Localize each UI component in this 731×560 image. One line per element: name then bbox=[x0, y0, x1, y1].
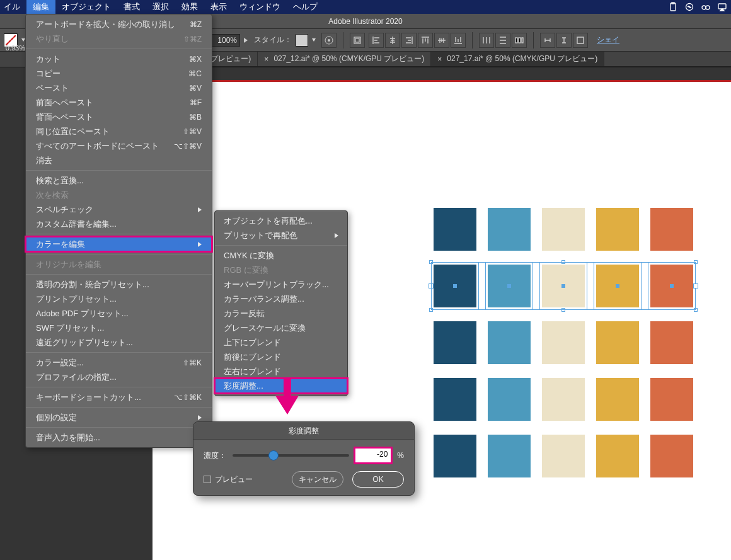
swatch[interactable] bbox=[488, 435, 531, 477]
menu-item[interactable]: 遠近グリッドプリセット... bbox=[26, 335, 212, 350]
preview-checkbox[interactable]: プレビュー bbox=[204, 474, 253, 485]
distribute-h-icon[interactable] bbox=[479, 33, 494, 48]
menu-item[interactable]: 消去 bbox=[26, 153, 212, 168]
menu-edit[interactable]: 編集 bbox=[26, 0, 55, 14]
airplay-icon[interactable] bbox=[717, 2, 727, 12]
swatch[interactable] bbox=[650, 265, 693, 307]
align-top-icon[interactable] bbox=[418, 33, 433, 48]
menu-item[interactable]: 検索と置換... bbox=[26, 173, 212, 188]
menu-item[interactable]: カスタム辞書を編集... bbox=[26, 217, 212, 231]
density-value-input[interactable]: -20 bbox=[355, 449, 391, 462]
menu-item[interactable]: 背面へペースト⌘B bbox=[26, 110, 212, 124]
transform-x-icon[interactable] bbox=[540, 33, 555, 48]
menu-item[interactable]: コピー⌘C bbox=[26, 66, 212, 81]
menu-item[interactable]: ペースト⌘V bbox=[26, 81, 212, 95]
graphic-style-arrow[interactable] bbox=[312, 38, 318, 44]
menu-item[interactable]: 同じ位置にペースト⇧⌘V bbox=[26, 124, 212, 139]
menu-item[interactable]: カラー反転 bbox=[215, 306, 347, 321]
swatch[interactable] bbox=[542, 378, 585, 421]
document-tab[interactable]: × 027_12.ai* @ 50% (CMYK/GPU プレビュー) bbox=[258, 52, 431, 66]
swatch[interactable] bbox=[596, 208, 639, 251]
menu-item[interactable]: カラーバランス調整... bbox=[215, 292, 347, 306]
swatch[interactable] bbox=[434, 321, 476, 364]
slider-knob[interactable] bbox=[268, 450, 279, 460]
align-to-selection-icon[interactable] bbox=[350, 33, 365, 48]
close-icon[interactable]: × bbox=[264, 55, 268, 64]
menu-item[interactable]: オーバープリントブラック... bbox=[215, 277, 347, 292]
selection-handle[interactable] bbox=[561, 308, 565, 312]
menu-select[interactable]: 選択 bbox=[146, 0, 175, 14]
swatch[interactable] bbox=[596, 321, 639, 364]
swatch[interactable] bbox=[650, 435, 693, 477]
menu-item[interactable]: カット⌘X bbox=[26, 52, 212, 66]
opacity-step-arrow[interactable] bbox=[244, 35, 250, 45]
density-slider[interactable] bbox=[233, 454, 349, 457]
menu-item[interactable]: プロファイルの指定... bbox=[26, 370, 212, 384]
menu-item[interactable]: Adobe PDF プリセット... bbox=[26, 306, 212, 321]
shape-link[interactable]: シェイ bbox=[597, 35, 619, 45]
swatch[interactable] bbox=[596, 435, 639, 477]
menu-effect[interactable]: 効果 bbox=[175, 0, 204, 14]
swatch[interactable] bbox=[650, 321, 693, 364]
glasses-icon[interactable] bbox=[701, 2, 711, 12]
swatch[interactable] bbox=[542, 435, 585, 477]
swatch[interactable] bbox=[434, 435, 476, 477]
distribute-objects-icon[interactable] bbox=[512, 33, 527, 48]
menu-item[interactable]: カラーを編集 bbox=[26, 237, 212, 251]
graphic-style-dropdown[interactable] bbox=[296, 34, 308, 47]
close-icon[interactable]: × bbox=[437, 55, 442, 64]
ok-button[interactable]: OK bbox=[352, 471, 404, 488]
selection-handle[interactable] bbox=[694, 260, 698, 264]
swatch[interactable] bbox=[542, 265, 585, 307]
menu-item[interactable]: プリセットで再配色 bbox=[215, 228, 347, 243]
clipboard-icon[interactable] bbox=[668, 2, 678, 12]
menu-item[interactable]: アートボードを拡大・縮小の取り消し⌘Z bbox=[26, 17, 212, 31]
menu-item[interactable]: 前後にブレンド bbox=[215, 350, 347, 364]
menu-item[interactable]: CMYK に変換 bbox=[215, 248, 347, 263]
menu-view[interactable]: 表示 bbox=[204, 0, 233, 14]
swatch[interactable] bbox=[488, 208, 531, 251]
cancel-button[interactable]: キャンセル bbox=[292, 471, 343, 488]
align-right-icon[interactable] bbox=[401, 33, 417, 48]
swatch[interactable] bbox=[434, 265, 476, 307]
selection-handle[interactable] bbox=[561, 260, 565, 264]
transform-y-icon[interactable] bbox=[556, 33, 572, 48]
swatch[interactable] bbox=[434, 378, 476, 421]
menu-item[interactable]: SWF プリセット... bbox=[26, 321, 212, 335]
swatch[interactable] bbox=[434, 208, 476, 251]
document-tab-active[interactable]: × 027_17.ai* @ 50% (CMYK/GPU プレビュー) bbox=[431, 52, 604, 66]
swatch[interactable] bbox=[650, 378, 693, 421]
menu-item[interactable]: オブジェクトを再配色... bbox=[215, 214, 347, 228]
swatch[interactable] bbox=[488, 265, 531, 307]
align-left-icon[interactable] bbox=[369, 33, 384, 48]
menu-window[interactable]: ウィンドウ bbox=[233, 0, 287, 14]
menu-item[interactable]: 透明の分割・統合プリセット... bbox=[26, 277, 212, 292]
checkbox-icon[interactable] bbox=[204, 476, 211, 483]
transform-more-icon[interactable] bbox=[573, 33, 588, 48]
menu-item[interactable]: 左右にブレンド bbox=[215, 364, 347, 379]
menu-item[interactable]: 上下にブレンド bbox=[215, 335, 347, 350]
selection-handle[interactable] bbox=[429, 260, 433, 264]
menu-item[interactable]: すべてのアートボードにペースト⌥⇧⌘V bbox=[26, 139, 212, 153]
cloud-sync-icon[interactable] bbox=[684, 2, 694, 12]
swatch[interactable] bbox=[542, 321, 585, 364]
menu-type[interactable]: 書式 bbox=[117, 0, 146, 14]
swatch[interactable] bbox=[542, 208, 585, 251]
menu-object[interactable]: オブジェクト bbox=[55, 0, 117, 14]
distribute-v-icon[interactable] bbox=[495, 33, 510, 48]
menu-item[interactable]: キーボードショートカット...⌥⇧⌘K bbox=[26, 390, 212, 404]
swatch[interactable] bbox=[488, 321, 531, 364]
menu-item[interactable]: グレースケールに変換 bbox=[215, 321, 347, 335]
align-bottom-icon[interactable] bbox=[451, 33, 466, 48]
selection-handle[interactable] bbox=[429, 308, 433, 312]
align-vcenter-icon[interactable] bbox=[434, 33, 449, 48]
recolor-artwork-icon[interactable] bbox=[321, 33, 337, 48]
swatch[interactable] bbox=[650, 208, 693, 251]
menu-help[interactable]: ヘルプ bbox=[287, 0, 324, 14]
menu-item[interactable]: スペルチェック bbox=[26, 202, 212, 217]
menu-file[interactable]: イル bbox=[0, 0, 26, 14]
menu-item[interactable]: 音声入力を開始... bbox=[26, 430, 212, 445]
swatch[interactable] bbox=[488, 378, 531, 421]
swatch[interactable] bbox=[596, 378, 639, 421]
menu-item[interactable]: 前面へペースト⌘F bbox=[26, 95, 212, 110]
